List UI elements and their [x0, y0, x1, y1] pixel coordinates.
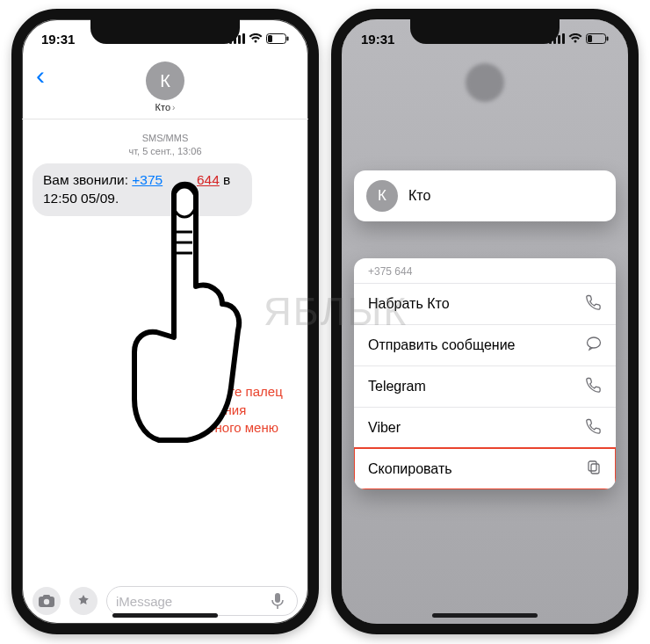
menu-item-label: Telegram [368, 379, 426, 394]
phone-icon [586, 294, 602, 314]
home-indicator[interactable] [112, 613, 218, 618]
battery-icon [586, 33, 609, 44]
messages-area: SMS/MMS чт, 5 сент., 13:06 Вам звонили: … [22, 119, 308, 582]
svg-point-13 [44, 599, 49, 604]
message-meta: SMS/MMS чт, 5 сент., 13:06 [32, 132, 298, 158]
notch [410, 19, 560, 44]
mic-button[interactable] [267, 590, 288, 611]
blurred-avatar [466, 63, 504, 102]
message-icon [586, 336, 602, 355]
home-indicator[interactable] [432, 613, 538, 618]
menu-item-label: Отправить сообщение [368, 337, 515, 353]
menu-item-label: Скопировать [368, 461, 452, 477]
menu-item-telegram[interactable]: Telegram [354, 365, 616, 407]
svg-rect-21 [607, 37, 609, 41]
finger-illustration [126, 172, 249, 453]
svg-rect-3 [242, 33, 245, 44]
svg-rect-24 [589, 461, 596, 471]
phone-icon [586, 418, 602, 438]
svg-rect-25 [591, 464, 599, 474]
menu-header-number: +375 644 [354, 258, 616, 283]
context-menu: +375 644 Набрать КтоОтправить сообщениеT… [354, 258, 616, 489]
svg-point-23 [588, 337, 601, 348]
svg-rect-22 [588, 35, 592, 42]
conversation-header: ‹ К Кто › [22, 58, 308, 119]
menu-item-набрать-кто[interactable]: Набрать Кто [354, 283, 616, 324]
input-placeholder: iMessage [116, 594, 172, 609]
status-time: 19:31 [41, 32, 75, 47]
svg-rect-12 [43, 595, 50, 598]
bubble-prefix: Вам звонили: [43, 172, 132, 187]
menu-item-отправить-сообщение[interactable]: Отправить сообщение [354, 324, 616, 365]
svg-rect-2 [238, 35, 241, 44]
menu-item-label: Набрать Кто [368, 296, 450, 312]
phone-left: 19:31 ‹ К Кто › [11, 9, 319, 634]
phone-right: 19:31 К Кто +375 644 Набрать КтоОтправит… [331, 9, 639, 634]
notch [90, 19, 240, 44]
menu-item-скопировать[interactable]: Скопировать [354, 448, 616, 489]
svg-rect-19 [562, 33, 565, 44]
contact-avatar: К [366, 180, 398, 212]
back-button[interactable]: ‹ [31, 62, 50, 90]
contact-name: Кто [408, 188, 430, 204]
message-input[interactable]: iMessage [106, 586, 298, 616]
camera-button[interactable] [32, 587, 61, 615]
battery-icon [266, 33, 289, 44]
wifi-icon [249, 33, 263, 44]
contact-avatar[interactable]: К [146, 62, 184, 100]
svg-rect-5 [287, 37, 289, 41]
phone-icon [586, 377, 602, 396]
svg-rect-6 [268, 35, 272, 42]
chevron-right-icon: › [172, 103, 175, 112]
status-time: 19:31 [361, 32, 394, 47]
contact-card[interactable]: К Кто [354, 170, 616, 221]
appstore-icon [76, 594, 90, 608]
copy-icon [586, 459, 602, 479]
menu-item-viber[interactable]: Viber [354, 407, 616, 448]
mic-icon [271, 593, 284, 609]
wifi-icon [568, 33, 582, 44]
contact-name: Кто [155, 102, 170, 112]
menu-item-label: Viber [368, 420, 401, 436]
contact-name-row[interactable]: Кто › [155, 102, 176, 112]
svg-rect-14 [275, 593, 280, 603]
camera-icon [39, 595, 54, 607]
appstore-button[interactable] [69, 587, 98, 615]
svg-rect-18 [558, 35, 560, 44]
